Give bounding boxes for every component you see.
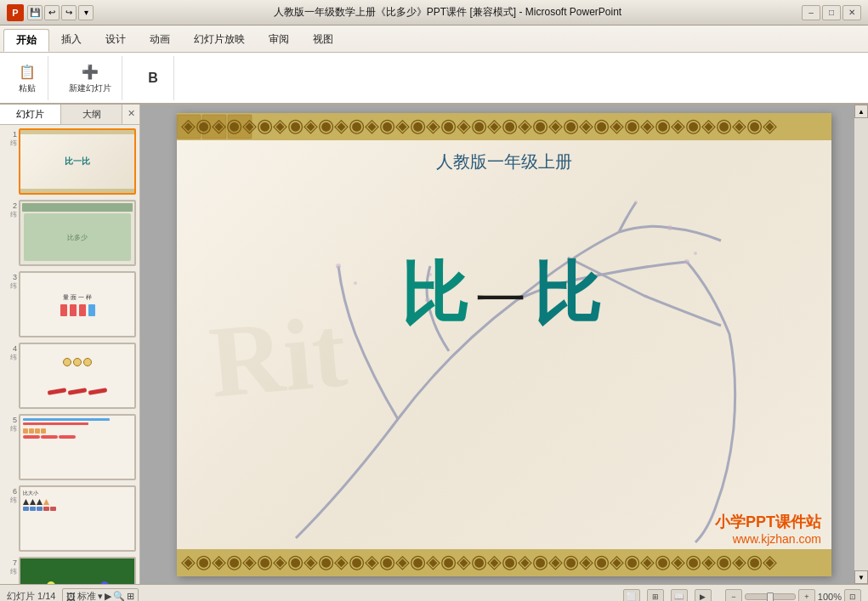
panel-close-button[interactable]: ✕ <box>122 105 139 124</box>
slide-number-3: 3纬 <box>3 271 17 291</box>
slide-number-7: 7纬 <box>3 557 17 576</box>
normal-view-button[interactable]: ⬜ <box>623 589 640 602</box>
undo-button[interactable]: ↩ <box>44 5 60 20</box>
ribbon-group-slides: ➕ 新建幻灯片 <box>59 56 122 100</box>
paste-icon: 📋 <box>17 61 37 82</box>
ribbon-tab-审阅[interactable]: 审阅 <box>257 29 301 52</box>
zoom-in-button[interactable]: + <box>798 589 815 602</box>
editor-area: Rit ◈◉◈◉◈◉◈◉◈◉◈◉◈◉ <box>140 105 868 584</box>
font-bold-button[interactable]: B <box>139 66 167 90</box>
ribbon: 开始插入设计动画幻灯片放映审阅视图 📋 粘贴 ➕ 新建幻灯片 B <box>0 26 868 105</box>
ribbon-group-font: B <box>133 56 174 100</box>
new-slide-icon: ➕ <box>80 61 100 82</box>
slide-thumb-1: 比一比 <box>19 128 136 195</box>
tab-slides[interactable]: 幻灯片 <box>0 105 61 124</box>
slide-item-4[interactable]: 4纬 <box>3 343 136 409</box>
scroll-up-button[interactable]: ▲ <box>854 105 868 118</box>
status-right: ⬜ ⊞ 📖 ▶ − + 100% ⊡ <box>623 589 861 602</box>
ribbon-tab-幻灯片放映[interactable]: 幻灯片放映 <box>182 29 257 52</box>
slides-list: 1纬 比一比 2纬 比多少 <box>0 125 139 584</box>
zoom-slider[interactable] <box>745 593 796 600</box>
ribbon-tab-开始[interactable]: 开始 <box>3 29 49 52</box>
slide-item-1[interactable]: 1纬 比一比 <box>3 128 136 195</box>
ribbon-tab-视图[interactable]: 视图 <box>301 29 345 52</box>
redo-button[interactable]: ↪ <box>61 5 77 20</box>
customize-quick-access-button[interactable]: ▾ <box>78 5 94 20</box>
paste-button[interactable]: 📋 粘贴 <box>14 60 41 96</box>
slide-item-2[interactable]: 2纬 比多少 <box>3 200 136 266</box>
slide-item-5[interactable]: 5纬 <box>3 414 136 480</box>
title-text-bi: 比 <box>400 256 475 332</box>
close-button[interactable]: ✕ <box>842 5 861 20</box>
maximize-button[interactable]: □ <box>822 5 841 20</box>
slide-item-3[interactable]: 3纬 量 面 一 样 <box>3 271 136 337</box>
fit-window-button[interactable]: ⊡ <box>844 589 861 602</box>
status-left: 幻灯片 1/14 🖼 标准 ▾ ▶ 🔍 ⊞ <box>7 588 139 601</box>
slide-subtitle: 人教版一年级上册 <box>177 150 831 173</box>
title-bar: P 💾 ↩ ↪ ▾ 人教版一年级数学上册《比多少》PPT课件 [兼容模式] - … <box>0 0 868 26</box>
app-icon: P <box>7 4 24 21</box>
status-bar: 幻灯片 1/14 🖼 标准 ▾ ▶ 🔍 ⊞ ⬜ ⊞ 📖 ▶ − + 100% ⊡ <box>0 584 868 601</box>
ribbon-tab-设计[interactable]: 设计 <box>94 29 138 52</box>
slide-background <box>177 113 831 576</box>
slide-main-title: 比一比 <box>177 249 831 341</box>
ribbon-group-clipboard: 📋 粘贴 <box>7 56 48 100</box>
window-controls: – □ ✕ <box>802 5 861 20</box>
border-top: ◈◉◈◉◈◉◈◉◈◉◈◉◈◉◈◉◈◉◈◉◈◉◈◉◈◉◈◉◈◉◈◉◈◉◈◉◈◉◈ <box>177 113 831 140</box>
ribbon-content: 📋 粘贴 ➕ 新建幻灯片 B <box>0 52 868 103</box>
svg-text:◈◉◈◉◈◉◈◉◈◉◈◉◈◉◈◉◈◉◈◉◈◉◈◉◈◉◈◉◈◉: ◈◉◈◉◈◉◈◉◈◉◈◉◈◉◈◉◈◉◈◉◈◉◈◉◈◉◈◉◈◉◈◉◈◉◈◉◈◉◈ <box>181 115 777 136</box>
zoom-percent-label: 100% <box>818 592 842 602</box>
slide-thumb-3: 量 面 一 样 <box>19 271 136 337</box>
reading-view-button[interactable]: 📖 <box>671 589 688 602</box>
slide-count-label: 幻灯片 1/14 <box>7 590 55 601</box>
slide-number-2: 2纬 <box>3 200 17 219</box>
scroll-track[interactable] <box>854 118 868 570</box>
slide-canvas-wrap[interactable]: Rit ◈◉◈◉◈◉◈◉◈◉◈◉◈◉ <box>140 105 868 584</box>
title-bar-left: P 💾 ↩ ↪ ▾ <box>7 4 94 21</box>
window-title: 人教版一年级数学上册《比多少》PPT课件 [兼容模式] - Microsoft … <box>94 5 802 20</box>
slide-thumb-4 <box>19 343 136 409</box>
slide-item-7[interactable]: 7纬 <box>3 557 136 584</box>
ribbon-tabs: 开始插入设计动画幻灯片放映审阅视图 <box>0 26 868 52</box>
slide-number-6: 6纬 <box>3 485 17 505</box>
slide-thumb-2: 比多少 <box>19 200 136 266</box>
bold-icon: B <box>143 68 163 88</box>
slide-panel: 幻灯片 大纲 ✕ 1纬 比一比 2纬 <box>0 105 140 584</box>
panel-tabs: 幻灯片 大纲 ✕ <box>0 105 139 125</box>
border-bottom: ◈◉◈◉◈◉◈◉◈◉◈◉◈◉◈◉◈◉◈◉◈◉◈◉◈◉◈◉◈◉◈◉◈◉◈◉◈◉◈ <box>177 549 831 576</box>
theme-label: 标准 <box>77 590 96 601</box>
quick-access-toolbar: 💾 ↩ ↪ ▾ <box>27 5 94 20</box>
save-button[interactable]: 💾 <box>27 5 43 20</box>
title-text-bi2: 比 <box>533 256 608 332</box>
minimize-button[interactable]: – <box>802 5 820 20</box>
svg-text:◈◉◈◉◈◉◈◉◈◉◈◉◈◉◈◉◈◉◈◉◈◉◈◉◈◉◈◉◈◉: ◈◉◈◉◈◉◈◉◈◉◈◉◈◉◈◉◈◉◈◉◈◉◈◉◈◉◈◉◈◉◈◉◈◉◈◉◈◉◈ <box>181 551 777 572</box>
ribbon-tab-插入[interactable]: 插入 <box>49 29 94 52</box>
slide-sorter-button[interactable]: ⊞ <box>647 589 664 602</box>
slide-number-5: 5纬 <box>3 414 17 434</box>
slide-item-6[interactable]: 6纬 比大小 <box>3 485 136 552</box>
slideshow-button[interactable]: ▶ <box>695 589 712 602</box>
zoom-icon: 🔍 <box>113 591 125 601</box>
scroll-down-button[interactable]: ▼ <box>854 570 868 584</box>
new-slide-button[interactable]: ➕ 新建幻灯片 <box>65 60 115 96</box>
theme-icon: 🖼 <box>66 592 76 602</box>
right-scrollbar: ▲ ▼ <box>854 105 868 584</box>
slide-number-1: 1纬 <box>3 128 17 148</box>
zoom-out-button[interactable]: − <box>725 589 742 602</box>
slide-thumb-5 <box>19 414 136 480</box>
slide-number-4: 4纬 <box>3 343 17 362</box>
slide-canvas: Rit ◈◉◈◉◈◉◈◉◈◉◈◉◈◉ <box>177 113 831 576</box>
grid-icon: ⊞ <box>127 591 134 601</box>
play-icon: ▶ <box>105 591 111 601</box>
title-text-dash: 一 <box>475 271 533 328</box>
slide-thumb-7 <box>19 557 136 584</box>
main-area: 幻灯片 大纲 ✕ 1纬 比一比 2纬 <box>0 105 868 584</box>
ribbon-tab-动画[interactable]: 动画 <box>138 29 182 52</box>
slide-thumb-6: 比大小 <box>19 485 136 552</box>
tab-outline[interactable]: 大纲 <box>61 105 122 124</box>
